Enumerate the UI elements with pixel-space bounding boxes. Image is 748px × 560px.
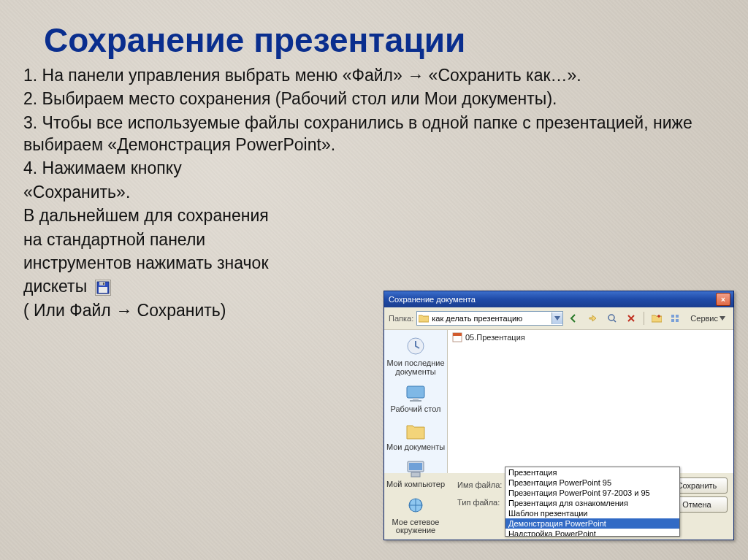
tools-menu-label: Сервис (690, 314, 718, 323)
svg-rect-15 (411, 472, 420, 477)
close-button[interactable]: × (716, 293, 730, 306)
file-pane[interactable]: 05.Презентация (448, 330, 733, 473)
step-1: 1. На панели управления выбрать меню «Фа… (23, 64, 725, 86)
tip-line-d-text: дискеты (23, 277, 87, 296)
toolbar-separator (644, 312, 644, 325)
filetype-option-highlighted[interactable]: Демонстрация PowerPoint (505, 518, 679, 529)
filetype-dropdown[interactable]: Презентация Презентация PowerPoint 95 Пр… (505, 467, 680, 537)
back-button[interactable] (566, 310, 582, 326)
tip-line-b: на стандартной панели (23, 229, 403, 250)
svg-rect-3 (99, 287, 107, 293)
svg-rect-11 (413, 398, 419, 400)
tools-menu[interactable]: Сервис (687, 310, 729, 326)
place-recent[interactable]: Мои последние документы (384, 333, 447, 380)
folder-combo[interactable]: как делать презентацию (416, 311, 563, 326)
filetype-option[interactable]: Презентация PowerPoint 95 (505, 477, 679, 488)
filetype-option[interactable]: Презентация для ознакомления (505, 498, 679, 508)
filename-label: Имя файла: (457, 480, 504, 489)
file-item-label: 05.Презентация (465, 333, 525, 342)
folder-label: Папка: (389, 314, 413, 323)
search-web-button[interactable] (604, 310, 620, 326)
filetype-option[interactable]: Шаблон презентации (505, 508, 679, 518)
dialog-title: Сохранение документа (389, 295, 716, 304)
svg-point-4 (608, 315, 614, 321)
tip-line-c: инструментов нажимать значок (23, 252, 403, 274)
dialog-toolbar: Папка: как делать презентацию (384, 307, 733, 330)
step-4-line-a: 4. Нажимаем кнопку (23, 157, 403, 179)
svg-rect-12 (410, 400, 421, 402)
filetype-option[interactable]: Презентация PowerPoint 97-2003 и 95 (505, 488, 679, 498)
up-one-level-button[interactable] (585, 310, 601, 326)
svg-rect-2 (103, 283, 104, 285)
slide-body: 1. На панели управления выбрать меню «Фа… (0, 60, 739, 321)
svg-rect-14 (409, 463, 422, 470)
powerpoint-file-icon (452, 332, 462, 342)
filetype-option[interactable]: Надстройка PowerPoint (505, 529, 679, 536)
filetype-option[interactable]: Презентация (505, 467, 679, 477)
file-item[interactable]: 05.Презентация (448, 330, 733, 345)
filetype-label: Тип файла: (457, 498, 504, 507)
new-folder-button[interactable] (649, 310, 665, 326)
tip-line-d: дискеты (23, 275, 403, 297)
tip-alt: ( Или Файл → Сохранить) (23, 299, 403, 321)
place-desktop-label: Рабочий стол (390, 405, 440, 414)
titlebar[interactable]: Сохранение документа × (384, 291, 733, 307)
place-mydocs-label: Мои документы (386, 443, 445, 452)
places-bar: Мои последние документы Рабочий стол Мои… (384, 330, 448, 473)
slide-title: Сохранение презентации (0, 0, 748, 60)
svg-rect-10 (407, 386, 424, 398)
svg-rect-5 (671, 315, 674, 318)
svg-rect-8 (676, 319, 679, 322)
place-desktop[interactable]: Рабочий стол (384, 380, 447, 418)
step-3: 3. Чтобы все используемые файлы сохранил… (23, 112, 725, 156)
dialog-body: Мои последние документы Рабочий стол Мои… (384, 330, 733, 473)
step-4-line-b: «Сохранить». (23, 181, 403, 203)
chevron-down-icon[interactable] (552, 312, 562, 324)
svg-rect-7 (671, 319, 674, 322)
folder-icon (419, 314, 429, 323)
save-dialog: Сохранение документа × Папка: как делать… (383, 291, 734, 540)
place-network-label: Мое сетевое окружение (386, 518, 446, 535)
tip-line-a: В дальнейшем для сохранения (23, 204, 403, 226)
svg-rect-6 (676, 315, 679, 318)
place-recent-label: Мои последние документы (386, 359, 446, 376)
views-button[interactable] (668, 310, 684, 326)
step-2: 2. Выбираем место сохранения (Рабочий ст… (23, 88, 725, 110)
place-mydocs[interactable]: Мои документы (384, 418, 447, 456)
slide: Сохранение презентации 1. На панели упра… (0, 0, 748, 560)
folder-combo-value: как делать презентацию (432, 314, 522, 323)
svg-rect-18 (453, 333, 462, 336)
chevron-down-icon (720, 316, 725, 321)
delete-button[interactable] (623, 310, 639, 326)
floppy-disk-icon (95, 280, 111, 296)
